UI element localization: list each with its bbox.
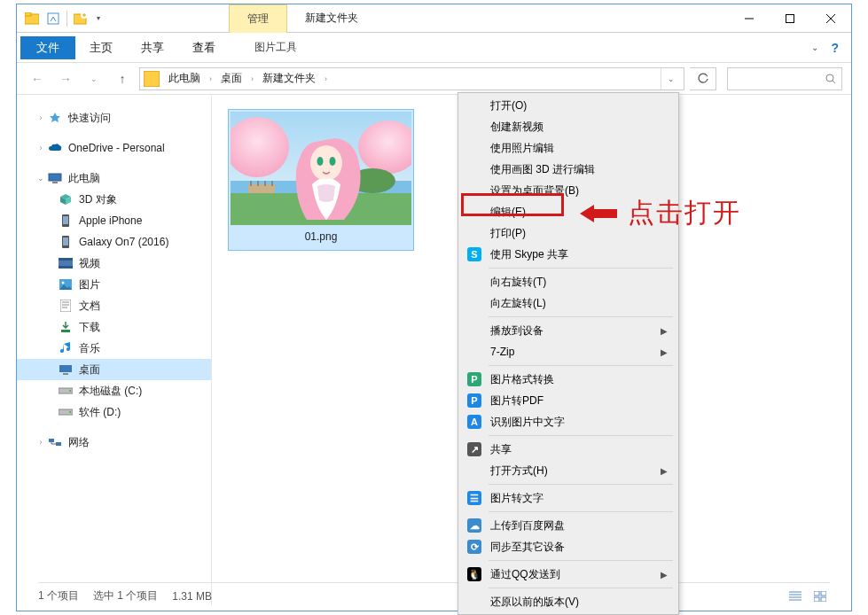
tree-item[interactable]: Galaxy On7 (2016) xyxy=(17,231,211,253)
svg-rect-18 xyxy=(60,300,71,312)
svg-rect-37 xyxy=(248,184,275,193)
nav-history-dropdown[interactable]: ⌄ xyxy=(82,67,106,90)
file-item[interactable]: 01.png xyxy=(228,109,414,251)
svg-rect-43 xyxy=(821,591,826,596)
breadcrumb-segment[interactable]: 桌面 xyxy=(217,71,246,86)
refresh-button[interactable] xyxy=(690,67,716,90)
titlebar: ▾ 管理 新建文件夹 xyxy=(17,4,851,33)
svg-rect-26 xyxy=(49,439,54,442)
menu-item[interactable]: 打印(P) xyxy=(458,222,678,244)
chevron-right-icon[interactable]: › xyxy=(204,74,217,83)
context-menu[interactable]: 打开(O)创建新视频使用照片编辑使用画图 3D 进行编辑设置为桌面背景(B)编辑… xyxy=(457,92,679,615)
svg-rect-21 xyxy=(63,373,68,375)
menu-item[interactable]: ↗共享 xyxy=(458,439,678,460)
tree-item[interactable]: 本地磁盘 (C:) xyxy=(17,380,211,401)
menu-item[interactable]: ☁上传到百度网盘 xyxy=(458,515,678,536)
menu-item-icon: P xyxy=(467,372,481,386)
close-button[interactable] xyxy=(810,4,851,33)
breadcrumb-segment[interactable]: 此电脑 xyxy=(165,71,204,86)
ribbon-tab[interactable]: 主页 xyxy=(75,36,127,59)
ribbon-collapse-icon[interactable]: ⌄ xyxy=(811,43,818,52)
menu-item[interactable]: A识别图片中文字 xyxy=(458,411,678,432)
menu-item[interactable]: 向左旋转(L) xyxy=(458,292,678,314)
svg-rect-44 xyxy=(814,597,819,602)
menu-item[interactable]: 播放到设备▶ xyxy=(458,320,678,341)
menu-item-icon: A xyxy=(467,415,481,429)
menu-item[interactable]: 创建新视频 xyxy=(458,116,678,137)
menu-item[interactable]: ☰图片转文字 xyxy=(458,487,678,509)
status-bar: 1 个项目 选中 1 个项目 1.31 MB xyxy=(38,582,830,605)
menu-item[interactable]: P图片转PDF xyxy=(458,390,678,411)
contextual-tab-manage[interactable]: 管理 xyxy=(229,4,287,33)
menu-item[interactable]: 打开(O) xyxy=(458,95,678,116)
status-selected: 选中 1 个项目 xyxy=(93,588,158,603)
qat-folder-icon[interactable] xyxy=(22,9,42,28)
menu-item[interactable]: 向右旋转(T) xyxy=(458,271,678,292)
tree-item[interactable]: 3D 对象 xyxy=(17,189,211,210)
search-box[interactable] xyxy=(727,67,842,90)
file-thumbnail xyxy=(231,112,411,225)
tree-network[interactable]: › 网络 xyxy=(17,432,211,453)
svg-rect-2 xyxy=(48,13,59,24)
menu-separator xyxy=(489,560,673,561)
svg-point-23 xyxy=(69,390,71,392)
tree-quick-access[interactable]: › 快速访问 xyxy=(17,107,211,128)
tree-item[interactable]: 下载 xyxy=(17,316,211,338)
menu-item[interactable]: S使用 Skype 共享 xyxy=(458,244,678,265)
tree-item[interactable]: 桌面 xyxy=(17,359,211,380)
docs-icon xyxy=(58,300,74,312)
nav-up-button[interactable]: ↑ xyxy=(111,67,134,90)
menu-separator xyxy=(489,484,673,485)
menu-item[interactable]: 打开方式(H)▶ xyxy=(458,460,678,481)
address-bar[interactable]: 此电脑›桌面›新建文件夹› ⌄ xyxy=(139,67,684,90)
ribbon-tab-picture-tools[interactable]: 图片工具 xyxy=(240,36,311,59)
tree-item[interactable]: 音乐 xyxy=(17,338,211,359)
menu-item[interactable]: 编辑(E) xyxy=(458,201,678,222)
menu-item[interactable]: ⟳同步至其它设备 xyxy=(458,536,678,557)
tree-this-pc[interactable]: ⌄ 此电脑 xyxy=(17,167,211,189)
qat-newfolder-icon[interactable] xyxy=(71,9,90,28)
qat-dropdown-icon[interactable]: ▾ xyxy=(92,9,105,28)
svg-rect-5 xyxy=(786,14,794,22)
status-size: 1.31 MB xyxy=(172,590,212,603)
svg-rect-38 xyxy=(250,181,252,186)
view-details-button[interactable] xyxy=(786,589,805,603)
nav-pane[interactable]: › 快速访问 › OneDrive - Personal ⌄ 此电脑 3 xyxy=(17,95,212,605)
svg-rect-7 xyxy=(49,174,61,181)
tree-item[interactable]: 文档 xyxy=(17,295,211,316)
menu-separator xyxy=(489,511,673,512)
address-dropdown-icon[interactable]: ⌄ xyxy=(661,68,680,90)
menu-item[interactable]: 使用照片编辑 xyxy=(458,137,678,159)
menu-item[interactable]: P图片格式转换 xyxy=(458,369,678,390)
tree-item[interactable]: 软件 (D:) xyxy=(17,401,211,423)
tree-item[interactable]: 图片 xyxy=(17,274,211,295)
view-thumbnails-button[interactable] xyxy=(810,589,830,603)
maximize-button[interactable] xyxy=(770,4,810,33)
chevron-right-icon[interactable]: › xyxy=(246,74,259,83)
ribbon-tab[interactable]: 共享 xyxy=(127,36,178,59)
pictures-icon xyxy=(58,278,74,291)
search-input[interactable] xyxy=(733,73,822,85)
qat-properties-icon[interactable] xyxy=(43,9,63,28)
menu-separator xyxy=(489,365,673,366)
cube-icon xyxy=(58,193,74,206)
ribbon-tab[interactable]: 查看 xyxy=(178,36,230,59)
breadcrumb-segment[interactable]: 新建文件夹 xyxy=(259,71,319,86)
menu-item[interactable]: 🐧通过QQ发送到▶ xyxy=(458,564,678,585)
nav-back-button[interactable]: ← xyxy=(26,67,49,90)
tree-onedrive[interactable]: › OneDrive - Personal xyxy=(17,137,211,159)
menu-item[interactable]: 使用画图 3D 进行编辑 xyxy=(458,159,678,180)
tree-item[interactable]: 视频 xyxy=(17,253,211,274)
submenu-arrow-icon: ▶ xyxy=(661,326,668,336)
menu-item[interactable]: 7-Zip▶ xyxy=(458,341,678,362)
file-tab[interactable]: 文件 xyxy=(20,36,75,59)
minimize-button[interactable] xyxy=(729,4,770,33)
menu-item[interactable]: 设置为桌面背景(B) xyxy=(458,180,678,201)
downloads-icon xyxy=(58,321,74,333)
menu-separator xyxy=(489,588,673,588)
nav-forward-button[interactable]: → xyxy=(54,67,77,90)
chevron-right-icon[interactable]: › xyxy=(319,74,332,83)
menu-item[interactable]: 还原以前的版本(V) xyxy=(458,591,678,612)
help-icon[interactable]: ? xyxy=(831,41,839,55)
tree-item[interactable]: Apple iPhone xyxy=(17,210,211,231)
